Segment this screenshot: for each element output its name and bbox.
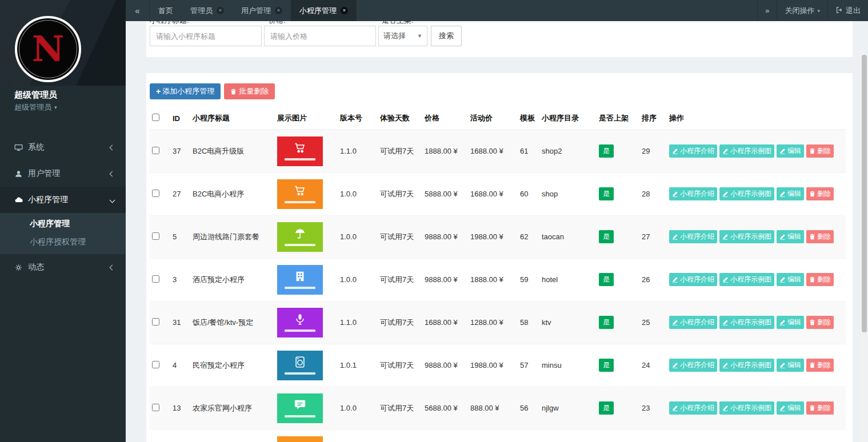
tab-3[interactable]: 小程序管理× bbox=[291, 0, 357, 21]
edit-button[interactable]: 编辑 bbox=[777, 273, 804, 286]
row-checkbox[interactable] bbox=[152, 190, 159, 197]
delete-button[interactable]: 删除 bbox=[806, 401, 834, 415]
cell-on-shelf: 是 bbox=[597, 172, 639, 215]
tab-0[interactable]: 首页 bbox=[150, 0, 182, 21]
intro-button[interactable]: 小程序介绍 bbox=[669, 273, 717, 286]
cell-select bbox=[150, 429, 170, 442]
edit-button[interactable]: 编辑 bbox=[777, 144, 804, 158]
cell-on-shelf: 是 bbox=[597, 258, 639, 301]
on-shelf-badge: 是 bbox=[599, 187, 614, 200]
cell-title: B2C电商小程序 bbox=[190, 172, 275, 215]
intro-button[interactable]: 小程序介绍 bbox=[669, 187, 717, 200]
vertical-scrollbar[interactable] bbox=[862, 53, 867, 442]
row-checkbox[interactable] bbox=[152, 275, 159, 283]
example-button[interactable]: 小程序示例图 bbox=[719, 401, 774, 415]
on-shelf-select[interactable]: 请选择 ▼ bbox=[378, 26, 427, 46]
pencil-icon bbox=[779, 362, 786, 368]
example-button[interactable]: 小程序示例图 bbox=[719, 273, 774, 286]
delete-button[interactable]: 删除 bbox=[806, 273, 834, 286]
cell-id: 4 bbox=[170, 344, 190, 387]
logout-button[interactable]: 退出 bbox=[827, 0, 868, 21]
cell-dir: njlgw bbox=[539, 387, 597, 429]
tab-2[interactable]: 用户管理× bbox=[233, 0, 291, 21]
tabs-scroll-left-button[interactable]: « bbox=[126, 0, 150, 21]
batch-delete-button[interactable]: 批量删除 bbox=[224, 83, 275, 99]
cell-template: 59 bbox=[518, 258, 539, 301]
intro-button[interactable]: 小程序介绍 bbox=[669, 316, 717, 329]
price-search-input[interactable] bbox=[264, 26, 376, 46]
delete-button[interactable]: 删除 bbox=[806, 144, 834, 158]
tab-close-icon[interactable]: × bbox=[217, 7, 224, 14]
search-button[interactable]: 搜索 bbox=[431, 26, 462, 46]
image-caption-text bbox=[285, 287, 315, 289]
cell-on-shelf: 是 bbox=[597, 130, 639, 172]
edit-button[interactable]: 编辑 bbox=[777, 230, 804, 243]
cell-dir: shop2 bbox=[539, 130, 597, 172]
row-checkbox[interactable] bbox=[152, 404, 159, 411]
pencil-icon bbox=[672, 276, 678, 283]
intro-button[interactable]: 小程序介绍 bbox=[669, 144, 717, 158]
table-row: 13农家乐官网小程序1.0.0可试用7天5688.00 ¥888.00 ¥56n… bbox=[150, 387, 846, 429]
pencil-icon bbox=[779, 148, 786, 154]
trash-icon bbox=[809, 319, 815, 326]
pencil-icon bbox=[779, 276, 786, 283]
pencil-icon bbox=[672, 191, 678, 197]
delete-button[interactable]: 删除 bbox=[806, 359, 834, 372]
cell-trial: 可试用7天 bbox=[378, 172, 422, 215]
add-miniprogram-button[interactable]: + 添加小程序管理 bbox=[150, 83, 221, 99]
intro-button[interactable]: 小程序介绍 bbox=[669, 401, 717, 415]
title-search-input[interactable] bbox=[150, 26, 262, 46]
close-operations-dropdown[interactable]: 关闭操作 ▾ bbox=[777, 0, 827, 21]
sidebar-subitem-2-0[interactable]: 小程序管理 bbox=[0, 214, 126, 232]
row-checkbox[interactable] bbox=[152, 318, 159, 326]
sidebar-item-0[interactable]: 系统 bbox=[0, 134, 126, 160]
cell-select bbox=[150, 172, 170, 215]
tab-close-icon[interactable]: × bbox=[275, 7, 282, 14]
row-checkbox[interactable] bbox=[152, 361, 159, 368]
sidebar-item-2[interactable]: 小程序管理 bbox=[0, 187, 126, 213]
edit-button[interactable]: 编辑 bbox=[777, 187, 804, 200]
header-select-cell bbox=[150, 107, 170, 130]
cell-image bbox=[275, 215, 338, 258]
image-caption-text bbox=[285, 158, 315, 160]
edit-button[interactable]: 编辑 bbox=[777, 359, 804, 372]
cell-price: 9888.00 ¥ bbox=[422, 215, 468, 258]
delete-button[interactable]: 删除 bbox=[806, 230, 834, 243]
column-header-4: 体验天数 bbox=[378, 107, 422, 130]
logout-icon bbox=[835, 6, 843, 15]
edit-button[interactable]: 编辑 bbox=[777, 316, 804, 329]
tab-1[interactable]: 管理员× bbox=[182, 0, 233, 21]
trash-icon bbox=[809, 191, 815, 197]
example-button[interactable]: 小程序示例图 bbox=[719, 359, 774, 372]
example-button[interactable]: 小程序示例图 bbox=[719, 316, 774, 329]
row-checkbox[interactable] bbox=[152, 232, 159, 240]
user-role-dropdown[interactable]: 超级管理员 ▾ bbox=[0, 101, 126, 112]
sidebar-subitem-2-1[interactable]: 小程序授权管理 bbox=[0, 232, 126, 251]
row-checkbox[interactable] bbox=[152, 147, 159, 154]
gears-icon bbox=[14, 263, 28, 272]
cell-dir: minsu bbox=[539, 344, 597, 387]
cell-version: 1.0.1 bbox=[338, 344, 378, 387]
cloud-icon bbox=[14, 195, 28, 204]
cell-version: 1.0.0 bbox=[338, 258, 378, 301]
edit-button[interactable]: 编辑 bbox=[777, 401, 804, 415]
delete-button[interactable]: 删除 bbox=[806, 187, 834, 200]
sidebar-item-1[interactable]: 用户管理 bbox=[0, 160, 126, 187]
image-caption-text bbox=[285, 244, 315, 246]
example-button[interactable]: 小程序示例图 bbox=[719, 187, 774, 200]
select-all-checkbox[interactable] bbox=[152, 114, 159, 121]
caret-down-icon: ▾ bbox=[817, 8, 820, 14]
tab-close-icon[interactable]: × bbox=[341, 7, 348, 14]
intro-button[interactable]: 小程序介绍 bbox=[669, 230, 717, 243]
example-button[interactable]: 小程序示例图 bbox=[719, 144, 774, 158]
delete-button[interactable]: 删除 bbox=[806, 316, 834, 329]
scrollbar-thumb[interactable] bbox=[862, 55, 867, 332]
tabs-scroll-right-button[interactable]: » bbox=[757, 0, 777, 21]
cell-image bbox=[275, 301, 338, 344]
cell-id: 5 bbox=[170, 215, 190, 258]
sidebar-item-3[interactable]: 动态 bbox=[0, 254, 126, 280]
example-button[interactable]: 小程序示例图 bbox=[719, 230, 774, 243]
cell-sort: 28 bbox=[639, 172, 667, 215]
cell-sort: 27 bbox=[639, 215, 667, 258]
intro-button[interactable]: 小程序介绍 bbox=[669, 359, 717, 372]
